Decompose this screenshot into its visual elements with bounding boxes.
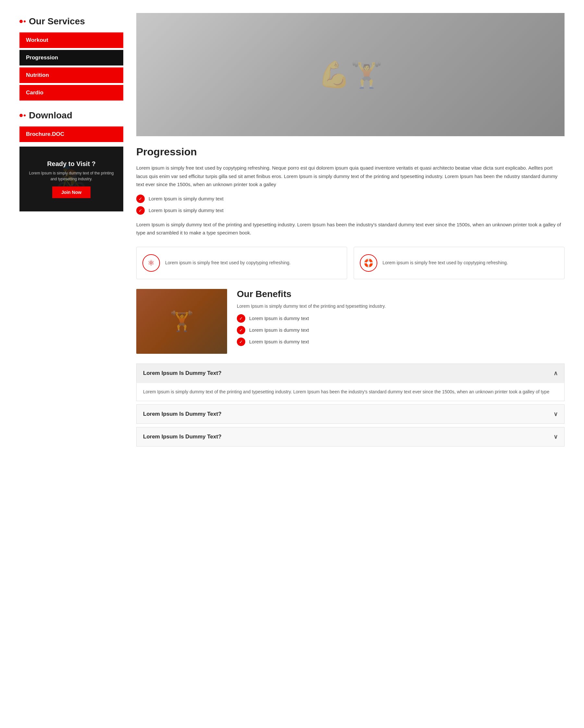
feature-text-1: Lorem ipsum is simply free text used by … [165, 259, 291, 266]
chevron-up-icon: ∧ [554, 370, 558, 377]
menu-item-workout[interactable]: Workout [20, 32, 123, 48]
accordion-item-1: Lorem Ipsum Is Dummy Text? ∧ Lorem Ipsum… [136, 364, 564, 401]
promo-text: Lorem Ipsum is simply dummy text of the … [26, 170, 117, 182]
accordion-header-2[interactable]: Lorem Ipsum Is Dummy Text? ∨ [136, 405, 564, 423]
services-dot [20, 20, 26, 23]
benefits-image: 🏋️ [136, 289, 227, 354]
benefit-text-3: Lorem Ipsum is dummy text [249, 339, 309, 344]
feature-cards: ⚛ Lorem ipsum is simply free text used b… [136, 247, 564, 279]
benefit-item-3: ✓ Lorem Ipsum is dummy text [237, 338, 564, 346]
content-paragraph-1: Lorem ipsum is simply free text used by … [136, 164, 564, 189]
accordion-question-1: Lorem Ipsum Is Dummy Text? [143, 370, 222, 376]
chevron-down-icon-2: ∨ [554, 411, 558, 418]
download-section: Download Brochure.DOC [20, 110, 123, 142]
promo-content: Ready to Visit ? Lorem Ipsum is simply d… [26, 160, 117, 198]
check-text-1: Lorem Ipsum is simply dummy text [149, 196, 224, 201]
main-content: Progression Lorem ipsum is simply free t… [136, 13, 564, 450]
benefits-list: ✓ Lorem Ipsum is dummy text ✓ Lorem Ipsu… [237, 314, 564, 346]
hero-image-sim [136, 13, 564, 136]
promo-title: Ready to Visit ? [26, 160, 117, 168]
services-title: Our Services [20, 16, 123, 27]
check-list: ✓ Lorem Ipsum is simply dummy text ✓ Lor… [136, 194, 564, 215]
content-title: Progression [136, 146, 564, 158]
atom-icon: ⚛ [143, 254, 160, 272]
join-now-button[interactable]: Join Now [52, 186, 91, 198]
accordion-header-1[interactable]: Lorem Ipsum Is Dummy Text? ∧ [136, 364, 564, 383]
menu-item-cardio[interactable]: Cardio [20, 85, 123, 101]
sidebar: Our Services Workout Progression Nutriti… [20, 13, 123, 450]
accordion-item-3: Lorem Ipsum Is Dummy Text? ∨ [136, 427, 564, 446]
benefits-desc: Lorem Ipsum is simply dummy text of the … [237, 303, 564, 310]
benefit-item-2: ✓ Lorem Ipsum is dummy text [237, 326, 564, 334]
lifesaver-icon: 🛟 [360, 254, 377, 272]
accordion-question-3: Lorem Ipsum Is Dummy Text? [143, 434, 222, 440]
feature-card-2: 🛟 Lorem ipsum is simply free text used b… [354, 247, 564, 279]
check-text-2: Lorem Ipsum is simply dummy text [149, 208, 224, 213]
accordion-body-1: Lorem Ipsum is simply dummy text of the … [136, 383, 564, 401]
check-item-1: ✓ Lorem Ipsum is simply dummy text [136, 194, 564, 203]
benefits-content: Our Benefits Lorem Ipsum is simply dummy… [237, 289, 564, 354]
accordion-item-2: Lorem Ipsum Is Dummy Text? ∨ [136, 405, 564, 424]
hero-image [136, 13, 564, 136]
brochure-button[interactable]: Brochure.DOC [20, 127, 123, 142]
page-layout: Our Services Workout Progression Nutriti… [20, 13, 564, 450]
dot-small [24, 21, 26, 22]
dot-large-2 [20, 114, 23, 117]
services-section: Our Services Workout Progression Nutriti… [20, 16, 123, 101]
benefits-title: Our Benefits [237, 289, 564, 299]
benefit-check-2: ✓ [237, 326, 245, 334]
benefits-section: 🏋️ Our Benefits Lorem Ipsum is simply du… [136, 289, 564, 354]
benefit-text-2: Lorem Ipsum is dummy text [249, 327, 309, 333]
benefits-image-sim: 🏋️ [170, 310, 194, 333]
download-title: Download [20, 110, 123, 121]
accordion-answer-1: Lorem Ipsum is simply dummy text of the … [143, 389, 549, 394]
dot-small-2 [24, 114, 26, 116]
check-item-2: ✓ Lorem Ipsum is simply dummy text [136, 206, 564, 215]
content-paragraph-2: Lorem Ipsum is simply dummy text of the … [136, 220, 564, 237]
feature-card-1: ⚛ Lorem ipsum is simply free text used b… [136, 247, 347, 279]
accordion-question-2: Lorem Ipsum Is Dummy Text? [143, 411, 222, 417]
menu-item-progression[interactable]: Progression [20, 50, 123, 66]
benefit-item-1: ✓ Lorem Ipsum is dummy text [237, 314, 564, 323]
check-icon-2: ✓ [136, 206, 145, 215]
benefit-check-1: ✓ [237, 314, 245, 323]
benefit-check-3: ✓ [237, 338, 245, 346]
benefit-text-1: Lorem Ipsum is dummy text [249, 315, 309, 321]
dot-large [20, 20, 23, 23]
check-icon-1: ✓ [136, 194, 145, 203]
menu-item-nutrition[interactable]: Nutrition [20, 68, 123, 83]
download-dot [20, 114, 26, 117]
chevron-down-icon-3: ∨ [554, 433, 558, 440]
accordion: Lorem Ipsum Is Dummy Text? ∧ Lorem Ipsum… [136, 364, 564, 447]
feature-text-2: Lorem ipsum is simply free text used by … [382, 259, 508, 266]
promo-card: Ready to Visit ? Lorem Ipsum is simply d… [20, 147, 123, 211]
accordion-header-3[interactable]: Lorem Ipsum Is Dummy Text? ∨ [136, 427, 564, 446]
